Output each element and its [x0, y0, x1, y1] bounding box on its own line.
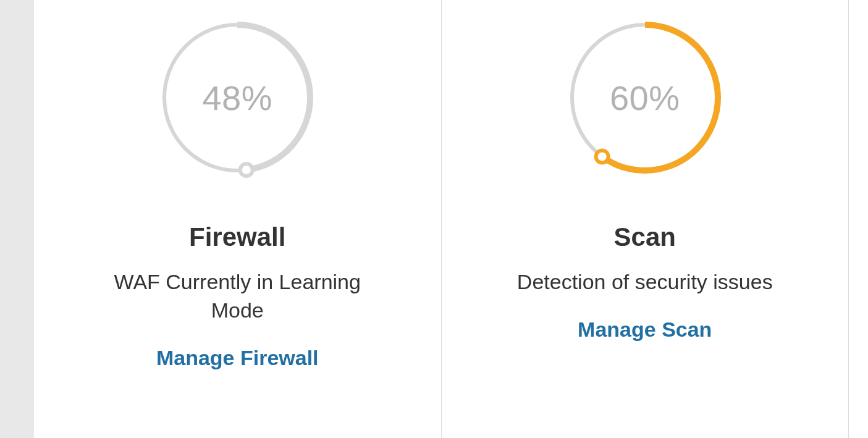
card-row: 48% Firewall WAF Currently in Learning M…	[34, 0, 868, 438]
scan-gauge-label: 60%	[610, 78, 680, 118]
next-card-edge	[848, 0, 868, 438]
firewall-card: 48% Firewall WAF Currently in Learning M…	[34, 0, 441, 438]
firewall-gauge: 48%	[157, 17, 318, 178]
manage-firewall-link[interactable]: Manage Firewall	[156, 346, 319, 370]
scan-gauge: 60%	[565, 17, 725, 178]
firewall-description: WAF Currently in Learning Mode	[95, 268, 379, 325]
firewall-gauge-knob-icon	[240, 164, 253, 176]
left-gutter	[0, 0, 34, 438]
scan-gauge-knob-icon	[596, 150, 608, 162]
firewall-gauge-label: 48%	[202, 78, 272, 118]
scan-card: 60% Scan Detection of security issues Ma…	[441, 0, 849, 438]
firewall-title: Firewall	[189, 222, 285, 252]
scan-title: Scan	[614, 222, 676, 252]
manage-scan-link[interactable]: Manage Scan	[578, 318, 712, 342]
scan-description: Detection of security issues	[517, 268, 773, 297]
